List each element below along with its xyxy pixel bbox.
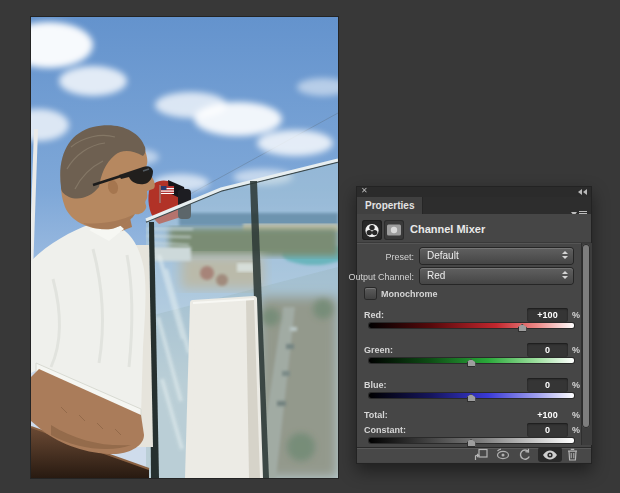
- blue-label: Blue:: [364, 380, 387, 390]
- red-unit: %: [572, 310, 580, 320]
- tab-properties[interactable]: Properties: [357, 197, 423, 214]
- white-pillar: [188, 299, 260, 478]
- green-label: Green:: [364, 345, 393, 355]
- total-value: +100: [527, 410, 568, 420]
- preset-value: Default: [427, 250, 459, 261]
- constant-value-field[interactable]: 0: [527, 423, 568, 437]
- red-label: Red:: [364, 310, 384, 320]
- blue-value-field[interactable]: 0: [527, 378, 568, 392]
- blue-unit: %: [572, 380, 580, 390]
- constant-unit: %: [572, 425, 580, 435]
- constant-slider-thumb[interactable]: [467, 439, 476, 447]
- photoshop-workspace: ✕ Properties Channel Mixer: [0, 0, 620, 493]
- green-value-field[interactable]: 0: [527, 343, 568, 357]
- panel-scrollbar[interactable]: [581, 243, 592, 445]
- panel-titlebar[interactable]: ✕: [357, 187, 591, 197]
- photo-illustration: [31, 17, 338, 478]
- total-unit: %: [572, 410, 580, 420]
- panel-title: Channel Mixer: [410, 223, 485, 235]
- divider: [357, 242, 591, 244]
- close-icon[interactable]: ✕: [361, 186, 368, 196]
- scrollbar-thumb[interactable]: [582, 244, 590, 428]
- channel-mixer-adjustment-icon: [362, 220, 382, 240]
- panel-tab-bar: Properties: [357, 197, 591, 214]
- delete-icon[interactable]: [563, 447, 581, 462]
- red-slider-thumb[interactable]: [518, 324, 527, 332]
- toggle-visibility-icon[interactable]: [538, 447, 562, 462]
- output-channel-dropdown[interactable]: Red: [420, 268, 573, 284]
- green-unit: %: [572, 345, 580, 355]
- preset-dropdown[interactable]: Default: [420, 248, 573, 264]
- collapse-double-arrow-icon[interactable]: [578, 187, 587, 197]
- reset-icon[interactable]: [515, 447, 533, 462]
- constant-label: Constant:: [364, 425, 406, 435]
- blue-slider-thumb[interactable]: [467, 394, 476, 402]
- green-slider[interactable]: [369, 358, 574, 363]
- dropdown-arrows-icon: [562, 251, 568, 259]
- red-slider[interactable]: [369, 323, 574, 328]
- output-channel-label: Output Channel:: [348, 272, 414, 282]
- dropdown-arrows-icon: [562, 271, 568, 279]
- constant-slider[interactable]: [369, 438, 574, 443]
- canvas-photo: [31, 17, 338, 478]
- blue-slider[interactable]: [369, 393, 574, 398]
- total-label: Total:: [364, 410, 388, 420]
- output-channel-value: Red: [427, 270, 445, 281]
- properties-panel: ✕ Properties Channel Mixer: [356, 186, 592, 464]
- green-slider-thumb[interactable]: [467, 359, 476, 367]
- view-previous-state-icon[interactable]: [493, 447, 511, 462]
- preset-label: Preset:: [385, 252, 414, 262]
- monochrome-checkbox[interactable]: [365, 288, 376, 299]
- layer-mask-icon[interactable]: [384, 220, 404, 240]
- red-value-field[interactable]: +100: [527, 308, 568, 322]
- monochrome-label: Monochrome: [381, 289, 438, 299]
- clip-to-layer-icon[interactable]: [472, 447, 490, 462]
